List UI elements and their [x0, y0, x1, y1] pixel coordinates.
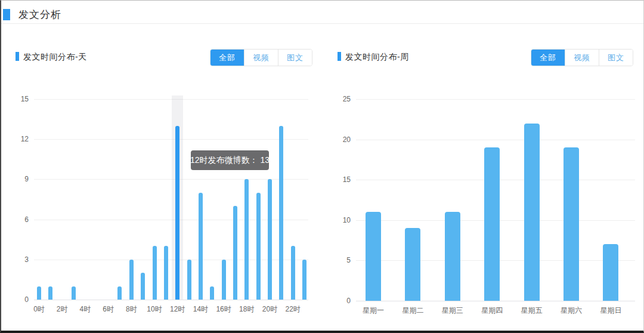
bar[interactable]	[302, 260, 306, 300]
x-tick-label: 18时	[235, 304, 259, 314]
bar[interactable]	[187, 260, 191, 300]
charts-layer: 036912150时2时4时6时8时10时12时14时16时18时20时22时0…	[1, 1, 644, 333]
x-tick-label: 6时	[97, 304, 120, 314]
bar[interactable]	[268, 179, 272, 300]
x-tick-label: 16时	[212, 304, 236, 314]
bar[interactable]	[199, 193, 203, 300]
grid-line	[34, 220, 308, 220]
grid-line	[34, 179, 308, 180]
bar[interactable]	[164, 246, 168, 300]
bar[interactable]	[153, 246, 157, 300]
y-tick-label: 10	[330, 216, 351, 224]
y-tick-label: 15	[8, 95, 29, 103]
grid-line	[356, 140, 635, 140]
x-tick-label: 14时	[188, 304, 212, 314]
x-tick-label: 星期一	[354, 306, 392, 316]
grid-line	[356, 301, 635, 301]
bar[interactable]	[222, 260, 226, 300]
grid-line	[34, 99, 308, 100]
x-tick-label: 星期三	[434, 306, 472, 316]
bar[interactable]	[279, 126, 283, 300]
bar[interactable]	[37, 286, 41, 300]
x-tick-label: 22时	[281, 304, 305, 314]
bar[interactable]	[48, 286, 52, 300]
x-tick-label: 10时	[143, 304, 166, 314]
bar[interactable]	[175, 126, 179, 300]
bar[interactable]	[445, 212, 460, 301]
x-tick-label: 星期五	[513, 306, 551, 316]
y-tick-label: 15	[330, 175, 351, 184]
y-tick-label: 5	[330, 256, 351, 264]
bar[interactable]	[117, 286, 122, 300]
y-tick-label: 0	[8, 295, 29, 304]
x-tick-label: 12时	[166, 304, 190, 314]
bar[interactable]	[233, 206, 237, 300]
y-tick-label: 25	[330, 95, 351, 103]
post-analysis-page: 发文分析 发文时间分布-天 全部 视频 图文 发文时间分布-周 全部 视频 图文…	[0, 0, 644, 333]
grid-line	[34, 139, 308, 140]
chart-tooltip: 12时发布微博数： 13	[191, 150, 269, 170]
bar[interactable]	[244, 179, 249, 300]
bar[interactable]	[129, 260, 134, 300]
x-tick-label: 星期四	[473, 306, 511, 316]
bar[interactable]	[564, 147, 579, 301]
bar[interactable]	[72, 286, 76, 300]
x-tick-label: 20时	[258, 304, 282, 314]
bar[interactable]	[210, 286, 214, 300]
x-tick-label: 8时	[119, 304, 143, 314]
bar[interactable]	[405, 228, 420, 301]
grid-line	[34, 300, 308, 300]
y-tick-label: 9	[8, 175, 29, 183]
bar[interactable]	[141, 273, 145, 300]
x-tick-label: 2时	[50, 304, 74, 314]
y-tick-label: 3	[8, 255, 29, 264]
x-tick-label: 0时	[27, 304, 51, 314]
bar[interactable]	[524, 124, 540, 301]
grid-line	[34, 260, 308, 260]
x-tick-label: 星期六	[552, 306, 590, 316]
x-tick-label: 4时	[73, 304, 97, 314]
grid-line	[356, 99, 635, 100]
y-tick-label: 6	[8, 215, 29, 224]
y-tick-label: 20	[330, 135, 351, 144]
x-tick-label: 星期二	[394, 306, 432, 316]
bar[interactable]	[366, 212, 381, 301]
bar[interactable]	[256, 193, 261, 300]
y-tick-label: 12	[8, 135, 29, 143]
bar[interactable]	[291, 246, 295, 300]
bar[interactable]	[603, 244, 618, 301]
x-tick-label: 星期日	[592, 306, 630, 316]
bar[interactable]	[484, 147, 500, 301]
y-tick-label: 0	[330, 297, 351, 305]
